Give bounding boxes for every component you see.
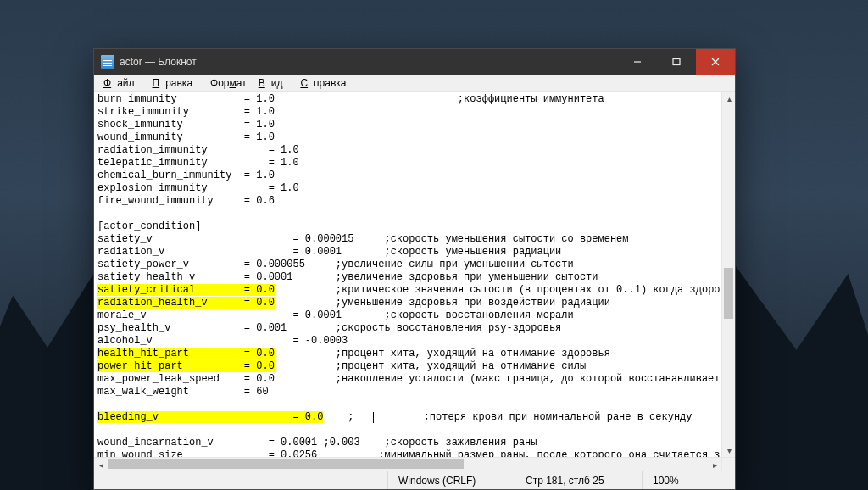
- status-encoding: Windows (CRLF): [387, 471, 515, 489]
- menu-format[interactable]: Формат: [204, 75, 253, 91]
- window-title: actor — Блокнот: [120, 56, 197, 68]
- text-content[interactable]: burn_immunity = 1.0 ;коэффициенты иммуни…: [94, 92, 721, 457]
- menu-edit[interactable]: Правка: [147, 75, 205, 91]
- scroll-corner: [721, 457, 735, 471]
- scroll-up-icon[interactable]: ▴: [722, 92, 735, 105]
- status-spacer: [94, 471, 387, 489]
- notepad-window: actor — Блокнот Файл Правка Формат Вид С…: [93, 48, 736, 490]
- scroll-right-icon[interactable]: ▸: [708, 458, 721, 471]
- status-position: Стр 181, стлб 25: [515, 471, 642, 489]
- status-zoom: 100%: [642, 471, 735, 489]
- maximize-button[interactable]: [657, 49, 696, 75]
- minimize-button[interactable]: [618, 49, 657, 75]
- menu-file[interactable]: Файл: [97, 75, 147, 91]
- editor-area: burn_immunity = 1.0 ;коэффициенты иммуни…: [94, 92, 735, 471]
- menu-help[interactable]: Справка: [294, 75, 358, 91]
- svg-rect-0: [673, 59, 680, 65]
- notepad-icon: [101, 55, 114, 69]
- scroll-down-icon[interactable]: ▾: [722, 443, 735, 457]
- menubar: Файл Правка Формат Вид Справка: [94, 75, 735, 92]
- statusbar: Windows (CRLF) Стр 181, стлб 25 100%: [94, 471, 735, 489]
- horizontal-scroll-thumb[interactable]: [108, 459, 464, 469]
- vertical-scroll-thumb[interactable]: [724, 268, 733, 319]
- titlebar[interactable]: actor — Блокнот: [94, 49, 735, 75]
- horizontal-scrollbar[interactable]: ◂ ▸: [94, 457, 721, 471]
- menu-view[interactable]: Вид: [253, 75, 295, 91]
- close-button[interactable]: [696, 49, 735, 75]
- scroll-left-icon[interactable]: ◂: [94, 458, 108, 471]
- vertical-scrollbar[interactable]: ▴ ▾: [721, 92, 735, 457]
